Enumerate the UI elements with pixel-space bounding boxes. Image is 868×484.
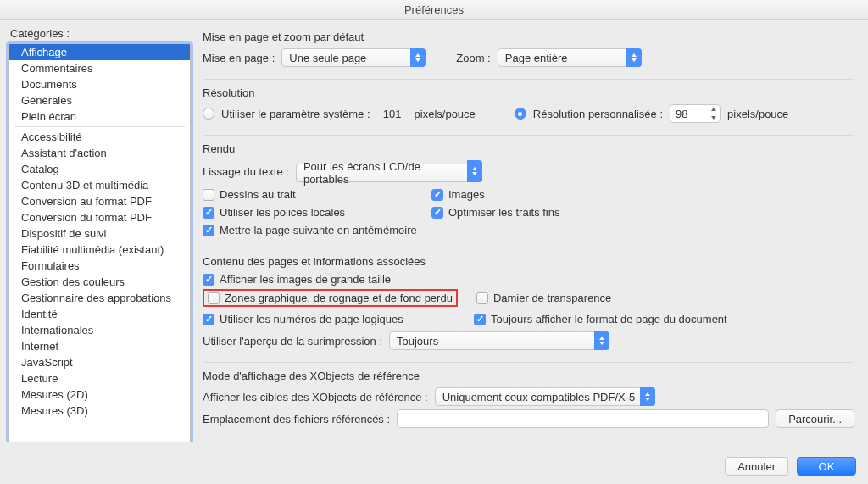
checkbox-line-art[interactable] xyxy=(203,189,214,201)
highlighted-option: Zones graphique, de rognage et de fond p… xyxy=(203,289,458,307)
cancel-button[interactable]: Annuler xyxy=(725,457,788,476)
custom-resolution-input[interactable]: 98 xyxy=(670,104,721,123)
chevron-updown-icon xyxy=(640,387,655,406)
section-rendering-title: Rendu xyxy=(203,142,854,155)
section-layout: Mise en page et zoom par défaut Mise en … xyxy=(203,31,854,80)
overprint-select[interactable]: Toujours xyxy=(389,331,609,350)
page-format-label: Toujours afficher le format de page du d… xyxy=(491,313,727,325)
list-item[interactable]: Conversion du format PDF xyxy=(9,209,190,225)
checkbox-page-format[interactable] xyxy=(474,314,486,325)
custom-resolution-label: Résolution personnalisée : xyxy=(533,108,663,120)
cache-next-label: Mettre la page suivante en antémémoire xyxy=(220,224,417,236)
line-art-label: Dessins au trait xyxy=(220,188,296,201)
dialog-footer: Annuler OK xyxy=(0,448,868,484)
list-item[interactable]: Formulaires xyxy=(9,258,190,274)
list-item[interactable]: Commentaires xyxy=(9,60,190,76)
list-item[interactable]: Générales xyxy=(9,92,190,108)
list-item[interactable]: Identité xyxy=(9,306,190,322)
browse-button[interactable]: Parcourir... xyxy=(776,409,854,428)
stepper-icon[interactable] xyxy=(708,105,720,122)
images-label: Images xyxy=(448,188,485,201)
ok-button[interactable]: OK xyxy=(797,457,856,476)
checkbox-thin-lines[interactable] xyxy=(431,207,443,219)
checkbox-large-images[interactable] xyxy=(203,274,214,286)
transparency-grid-label: Damier de transparence xyxy=(493,292,611,304)
list-item[interactable]: Lecture xyxy=(9,370,190,387)
radio-system-resolution[interactable] xyxy=(203,108,214,120)
logical-pages-label: Utiliser les numéros de page logiques xyxy=(220,313,403,325)
xobject-location-label: Emplacement des fichiers référencés : xyxy=(203,413,390,426)
xobject-location-input[interactable] xyxy=(397,409,769,428)
list-item[interactable]: Mesures (2D) xyxy=(9,387,190,403)
text-smoothing-select[interactable]: Pour les écrans LCD/de portables xyxy=(296,160,482,182)
xobject-targets-select[interactable]: Uniquement ceux compatibles PDF/X-5 xyxy=(435,387,655,406)
checkbox-images[interactable] xyxy=(431,189,443,201)
list-item[interactable]: Mesures (3D) xyxy=(9,403,190,419)
main-panel: Mise en page et zoom par défaut Mise en … xyxy=(203,27,860,442)
checkbox-transparency-grid[interactable] xyxy=(476,292,488,304)
list-item[interactable]: Plein écran xyxy=(9,108,190,125)
checkbox-cache-next[interactable] xyxy=(203,225,214,236)
list-item[interactable]: Catalog xyxy=(9,161,190,177)
resolution-unit-1: pixels/pouce xyxy=(415,108,476,120)
section-layout-title: Mise en page et zoom par défaut xyxy=(203,31,854,43)
list-item[interactable]: Contenu 3D et multimédia xyxy=(9,177,190,193)
page-layout-select[interactable]: Une seule page xyxy=(281,48,426,67)
chevron-updown-icon xyxy=(594,331,609,350)
list-separator xyxy=(14,126,185,127)
window-title: Préférences xyxy=(0,0,868,20)
section-resolution: Résolution Utiliser le paramètre système… xyxy=(203,86,854,136)
list-item[interactable]: Accessibilité xyxy=(9,129,190,145)
section-pagecontent: Contenu des pages et informations associ… xyxy=(203,255,854,363)
list-item[interactable]: Gestion des couleurs xyxy=(9,274,190,290)
zoom-label: Zoom : xyxy=(456,52,490,64)
local-fonts-label: Utiliser les polices locales xyxy=(220,206,345,219)
chevron-updown-icon xyxy=(410,48,426,67)
large-images-label: Afficher les images de grande taille xyxy=(220,273,391,286)
list-item[interactable]: Internet xyxy=(9,338,190,354)
xobject-targets-label: Afficher les cibles des XObjects de réfé… xyxy=(203,391,428,403)
list-item[interactable]: Affichage xyxy=(9,44,190,60)
page-layout-label: Mise en page : xyxy=(203,52,275,64)
section-xobjects-title: Mode d'affichage des XObjects de référen… xyxy=(203,370,854,382)
section-pagecontent-title: Contenu des pages et informations associ… xyxy=(203,255,854,268)
zoom-select[interactable]: Page entière xyxy=(498,48,642,67)
thin-lines-label: Optimiser les traits fins xyxy=(448,206,559,219)
checkbox-logical-pages[interactable] xyxy=(203,314,214,325)
sidebar-label: Catégories : xyxy=(8,27,191,40)
list-item[interactable]: Gestionnaire des approbations xyxy=(9,290,190,306)
system-resolution-label: Utiliser le paramètre système : xyxy=(221,108,370,120)
chevron-updown-icon xyxy=(626,48,642,67)
checkbox-artbox[interactable] xyxy=(208,292,220,304)
category-listbox[interactable]: AffichageCommentairesDocumentsGénéralesP… xyxy=(8,43,191,442)
sidebar: Catégories : AffichageCommentairesDocume… xyxy=(8,27,191,442)
list-item[interactable]: Dispositif de suivi xyxy=(9,225,190,242)
list-item[interactable]: Conversion au format PDF xyxy=(9,193,190,209)
list-item[interactable]: Fiabilité multimédia (existant) xyxy=(9,242,190,258)
section-resolution-title: Résolution xyxy=(203,86,854,99)
list-item[interactable]: Documents xyxy=(9,76,190,92)
overprint-label: Utiliser l'aperçu de la surimpression : xyxy=(203,335,382,348)
list-item[interactable]: JavaScript xyxy=(9,354,190,370)
checkbox-local-fonts[interactable] xyxy=(203,207,214,219)
radio-custom-resolution[interactable] xyxy=(515,108,526,120)
text-smoothing-label: Lissage du texte : xyxy=(203,165,289,178)
section-xobjects: Mode d'affichage des XObjects de référen… xyxy=(203,370,854,440)
artbox-label: Zones graphique, de rognage et de fond p… xyxy=(225,292,453,304)
section-rendering: Rendu Lissage du texte : Pour les écrans… xyxy=(203,142,854,248)
resolution-unit-2: pixels/pouce xyxy=(727,108,788,120)
system-resolution-value: 101 xyxy=(377,108,408,120)
list-item[interactable]: Assistant d'action xyxy=(9,145,190,161)
chevron-updown-icon xyxy=(467,160,482,182)
list-item[interactable]: Internationales xyxy=(9,322,190,338)
